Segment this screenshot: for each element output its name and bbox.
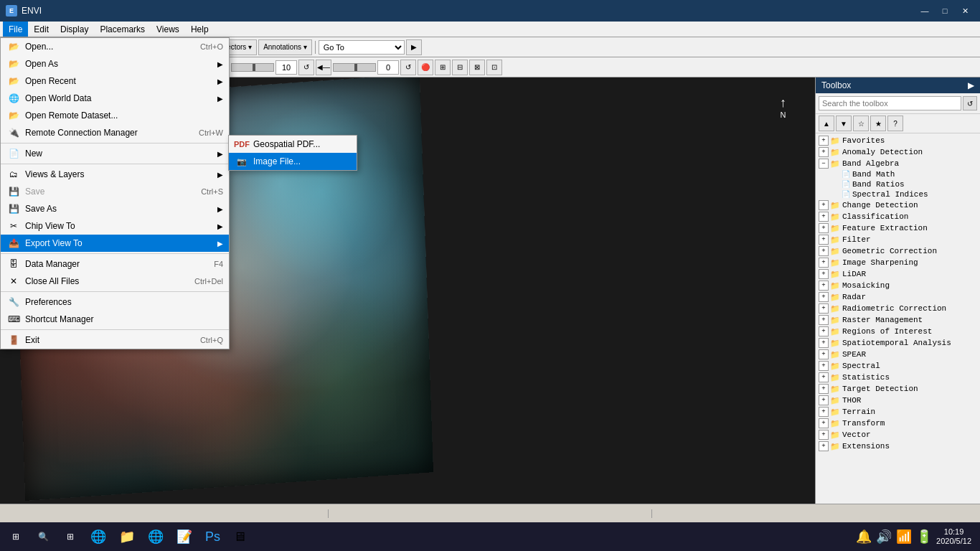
contrast-slider[interactable] [333, 63, 376, 72]
tree-item[interactable]: 📄Spectral Indices [816, 189, 980, 199]
taskbar-app-ps[interactable]: Ps [199, 524, 226, 550]
tree-item[interactable]: +📁Spatiotemporal Analysis [816, 337, 980, 349]
menu-item-open-remote-dataset---[interactable]: 📂Open Remote Dataset... [1, 107, 229, 124]
tree-item[interactable]: +📁Terrain [816, 406, 980, 418]
tree-item[interactable]: +📁Image Sharpening [816, 257, 980, 268]
goto-select[interactable]: Go To [319, 40, 405, 55]
tree-item[interactable]: +📁Transform [816, 418, 980, 429]
tree-item[interactable]: +📁Extensions [816, 441, 980, 452]
taskbar-app-envi[interactable]: 🖥 [227, 524, 252, 550]
menu-item-open-as[interactable]: 📂Open As▶ [1, 55, 229, 72]
tree-expand-icon[interactable]: + [819, 441, 829, 451]
menu-display[interactable]: Display [55, 22, 94, 37]
menu-item-save-as[interactable]: 💾Save As▶ [1, 200, 229, 217]
tree-item[interactable]: +📁Statistics [816, 372, 980, 383]
start-button[interactable]: ⊞ [3, 524, 29, 550]
tree-expand-icon[interactable]: + [819, 269, 829, 279]
menu-item-close-all-files[interactable]: ✕Close All FilesCtrl+Del [1, 273, 229, 290]
menu-item-remote-connection-manager[interactable]: 🔌Remote Connection ManagerCtrl+W [1, 124, 229, 141]
tree-item[interactable]: +📁Feature Extraction [816, 222, 980, 234]
tree-expand-icon[interactable]: + [819, 395, 829, 405]
maximize-button[interactable]: □ [936, 4, 954, 18]
tree-item[interactable]: +📁Mosaicking [816, 280, 980, 291]
toolbox-star-btn[interactable]: ☆ [853, 116, 869, 131]
close-button[interactable]: ✕ [956, 4, 974, 18]
brightness-slider[interactable] [231, 63, 274, 72]
menu-item-export-view-to[interactable]: 📤Export View To▶ [1, 235, 229, 252]
tree-expand-icon[interactable]: + [819, 212, 829, 222]
tree-expand-icon[interactable]: + [819, 372, 829, 382]
taskbar-app-notes[interactable]: 📝 [171, 524, 198, 550]
tree-item[interactable]: 📄Band Ratios [816, 179, 980, 189]
toolbox-down-btn[interactable]: ▼ [836, 116, 852, 131]
tree-item[interactable]: +📁Anomaly Detection [816, 146, 980, 158]
tree-expand-icon[interactable]: + [819, 430, 829, 440]
annotations-btn[interactable]: Annotations ▾ [258, 39, 312, 55]
tree-item[interactable]: −📁Band Algebra [816, 158, 980, 169]
tree-expand-icon[interactable]: + [819, 200, 829, 210]
tree-expand-icon[interactable]: + [819, 258, 829, 268]
tree-item[interactable]: +📁Classification [816, 211, 980, 222]
menu-help[interactable]: Help [185, 22, 215, 37]
tree-item[interactable]: +📁Geometric Correction [816, 245, 980, 257]
layer2-btn[interactable]: ⊟ [452, 60, 468, 75]
tree-item[interactable]: +📁Target Detection [816, 383, 980, 395]
layer3-btn[interactable]: ⊠ [469, 60, 485, 75]
layer-btn[interactable]: ⊞ [435, 60, 451, 75]
menu-item-exit[interactable]: 🚪ExitCtrl+Q [1, 331, 229, 349]
tree-expand-icon[interactable]: + [819, 235, 829, 245]
tree-expand-icon[interactable]: + [819, 349, 829, 359]
goto-execute-btn[interactable]: ▶ [406, 39, 422, 55]
tree-expand-icon[interactable]: + [819, 303, 829, 314]
tree-expand-icon[interactable]: + [819, 246, 829, 256]
tree-expand-icon[interactable]: − [819, 159, 829, 169]
menu-item-open-recent[interactable]: 📂Open Recent▶ [1, 72, 229, 90]
tree-item[interactable]: 📄Band Math [816, 169, 980, 179]
tree-expand-icon[interactable]: + [819, 315, 829, 325]
search-button[interactable]: 🔍 [30, 524, 56, 550]
menu-item-open---[interactable]: 📂Open...Ctrl+O [1, 38, 229, 55]
contrast-input[interactable] [275, 60, 297, 75]
sharpen-input[interactable] [377, 60, 399, 75]
tree-expand-icon[interactable]: + [819, 418, 829, 428]
contrast-move-btn[interactable]: ◀— [316, 60, 331, 75]
tree-item[interactable]: +📁Radiometric Correction [816, 303, 980, 314]
tree-item[interactable]: +📁Radar [816, 291, 980, 303]
taskbar-app-edge[interactable]: 🌐 [85, 524, 112, 550]
contrast-refresh-btn[interactable]: ↺ [298, 60, 314, 75]
menu-placemarks[interactable]: Placemarks [94, 22, 151, 37]
tree-item[interactable]: +📁LiDAR [816, 268, 980, 280]
layer4-btn[interactable]: ⊡ [486, 60, 502, 75]
rgb-btn[interactable]: 🔴 [418, 60, 433, 75]
submenu-item-image-file---[interactable]: 📷Image File... [229, 153, 357, 170]
task-view-button[interactable]: ⊞ [57, 524, 83, 550]
tree-expand-icon[interactable]: + [819, 147, 829, 157]
tree-expand-icon[interactable]: + [819, 136, 829, 146]
menu-item-chip-view-to[interactable]: ✂Chip View To▶ [1, 217, 229, 235]
menu-item-preferences[interactable]: 🔧Preferences [1, 293, 229, 311]
menu-item-data-manager[interactable]: 🗄Data ManagerF4 [1, 255, 229, 273]
tree-expand-icon[interactable]: + [819, 326, 829, 336]
tree-item[interactable]: +📁THOR [816, 395, 980, 406]
tree-item[interactable]: +📁Spectral [816, 360, 980, 372]
tree-item[interactable]: +📁Filter [816, 234, 980, 245]
tree-expand-icon[interactable]: + [819, 281, 829, 291]
submenu-item-geospatial-pdf---[interactable]: PDFGeospatial PDF... [229, 136, 357, 153]
tree-expand-icon[interactable]: + [819, 384, 829, 394]
toolbox-up-btn[interactable]: ▲ [819, 116, 834, 131]
taskbar-app-explorer[interactable]: 📁 [113, 524, 141, 550]
toolbox-collapse-btn[interactable]: ▶ [968, 80, 974, 90]
menu-item-views---layers[interactable]: 🗂Views & Layers▶ [1, 166, 229, 183]
menu-file[interactable]: File [3, 22, 28, 37]
tree-item[interactable]: +📁Raster Management [816, 314, 980, 326]
toolbox-search-refresh[interactable]: ↺ [963, 96, 977, 110]
tree-expand-icon[interactable]: + [819, 338, 829, 348]
tree-item[interactable]: +📁Favorites [816, 135, 980, 146]
toolbox-help-btn[interactable]: ? [887, 116, 903, 131]
toolbox-star2-btn[interactable]: ★ [870, 116, 886, 131]
menu-views[interactable]: Views [151, 22, 185, 37]
tree-expand-icon[interactable]: + [819, 361, 829, 371]
tree-item[interactable]: +📁Vector [816, 429, 980, 441]
tree-expand-icon[interactable]: + [819, 292, 829, 302]
menu-edit[interactable]: Edit [28, 22, 55, 37]
